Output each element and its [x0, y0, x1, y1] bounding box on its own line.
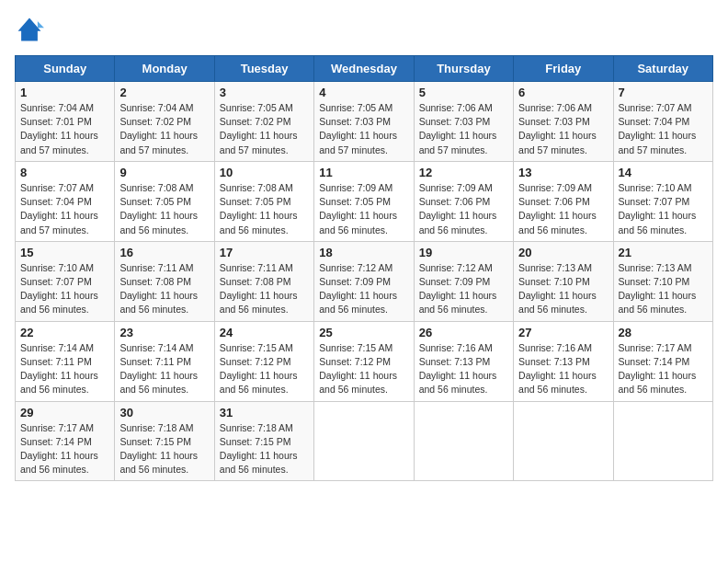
day-info: Sunrise: 7:11 AMSunset: 7:08 PMDaylight:… [220, 261, 309, 317]
calendar-cell: 5 Sunrise: 7:06 AMSunset: 7:03 PMDayligh… [414, 82, 513, 162]
day-number: 28 [619, 326, 708, 339]
calendar-cell: 13 Sunrise: 7:09 AMSunset: 7:06 PMDaylig… [514, 161, 613, 241]
day-number: 18 [319, 246, 408, 259]
day-number: 21 [619, 246, 708, 259]
day-number: 2 [119, 86, 209, 99]
calendar-cell [613, 401, 712, 481]
day-number: 31 [220, 406, 309, 419]
day-number: 4 [319, 86, 408, 99]
svg-marker-0 [18, 18, 41, 41]
day-number: 20 [518, 246, 608, 259]
day-info: Sunrise: 7:18 AMSunset: 7:15 PMDaylight:… [119, 421, 209, 477]
day-info: Sunrise: 7:13 AMSunset: 7:10 PMDaylight:… [619, 261, 708, 317]
day-info: Sunrise: 7:11 AMSunset: 7:08 PMDaylight:… [119, 261, 209, 317]
calendar-cell: 15 Sunrise: 7:10 AMSunset: 7:07 PMDaylig… [16, 241, 115, 321]
day-number: 13 [518, 166, 608, 179]
calendar-cell: 7 Sunrise: 7:07 AMSunset: 7:04 PMDayligh… [613, 82, 712, 162]
day-info: Sunrise: 7:16 AMSunset: 7:13 PMDaylight:… [419, 341, 508, 397]
calendar-cell [514, 401, 613, 481]
calendar-cell: 18 Sunrise: 7:12 AMSunset: 7:09 PMDaylig… [314, 241, 414, 321]
day-number: 12 [419, 166, 508, 179]
day-info: Sunrise: 7:16 AMSunset: 7:13 PMDaylight:… [518, 341, 608, 397]
calendar-cell: 14 Sunrise: 7:10 AMSunset: 7:07 PMDaylig… [613, 161, 712, 241]
column-header-saturday: Saturday [613, 56, 712, 82]
day-number: 26 [419, 326, 508, 339]
page-header [15, 15, 713, 44]
calendar-cell: 9 Sunrise: 7:08 AMSunset: 7:05 PMDayligh… [115, 161, 214, 241]
day-info: Sunrise: 7:05 AMSunset: 7:02 PMDaylight:… [220, 101, 309, 157]
calendar-cell: 25 Sunrise: 7:15 AMSunset: 7:12 PMDaylig… [314, 321, 414, 401]
day-info: Sunrise: 7:04 AMSunset: 7:01 PMDaylight:… [20, 101, 109, 157]
day-number: 7 [619, 86, 708, 99]
day-number: 16 [119, 246, 209, 259]
day-number: 9 [119, 166, 209, 179]
calendar-week-row: 29 Sunrise: 7:17 AMSunset: 7:14 PMDaylig… [16, 401, 713, 481]
day-number: 15 [20, 246, 109, 259]
calendar-cell: 1 Sunrise: 7:04 AMSunset: 7:01 PMDayligh… [16, 82, 115, 162]
day-number: 27 [518, 326, 608, 339]
day-info: Sunrise: 7:09 AMSunset: 7:06 PMDaylight:… [419, 181, 508, 237]
calendar-cell: 11 Sunrise: 7:09 AMSunset: 7:05 PMDaylig… [314, 161, 414, 241]
calendar-cell: 24 Sunrise: 7:15 AMSunset: 7:12 PMDaylig… [214, 321, 313, 401]
calendar-cell: 3 Sunrise: 7:05 AMSunset: 7:02 PMDayligh… [214, 82, 313, 162]
calendar-week-row: 8 Sunrise: 7:07 AMSunset: 7:04 PMDayligh… [16, 161, 713, 241]
day-number: 3 [220, 86, 309, 99]
column-header-monday: Monday [115, 56, 214, 82]
day-info: Sunrise: 7:09 AMSunset: 7:06 PMDaylight:… [518, 181, 608, 237]
calendar-cell: 4 Sunrise: 7:05 AMSunset: 7:03 PMDayligh… [314, 82, 414, 162]
day-info: Sunrise: 7:09 AMSunset: 7:05 PMDaylight:… [319, 181, 408, 237]
column-header-sunday: Sunday [16, 56, 115, 82]
calendar-week-row: 15 Sunrise: 7:10 AMSunset: 7:07 PMDaylig… [16, 241, 713, 321]
logo [15, 15, 50, 44]
calendar-cell: 23 Sunrise: 7:14 AMSunset: 7:11 PMDaylig… [115, 321, 214, 401]
calendar-cell [314, 401, 414, 481]
day-info: Sunrise: 7:06 AMSunset: 7:03 PMDaylight:… [518, 101, 608, 157]
calendar-cell: 29 Sunrise: 7:17 AMSunset: 7:14 PMDaylig… [16, 401, 115, 481]
calendar-cell: 8 Sunrise: 7:07 AMSunset: 7:04 PMDayligh… [16, 161, 115, 241]
day-info: Sunrise: 7:07 AMSunset: 7:04 PMDaylight:… [619, 101, 708, 157]
calendar-cell: 10 Sunrise: 7:08 AMSunset: 7:05 PMDaylig… [214, 161, 313, 241]
day-info: Sunrise: 7:15 AMSunset: 7:12 PMDaylight:… [319, 341, 408, 397]
logo-icon [15, 15, 44, 44]
day-info: Sunrise: 7:12 AMSunset: 7:09 PMDaylight:… [319, 261, 408, 317]
calendar-table: SundayMondayTuesdayWednesdayThursdayFrid… [15, 55, 713, 481]
day-number: 19 [419, 246, 508, 259]
day-info: Sunrise: 7:17 AMSunset: 7:14 PMDaylight:… [619, 341, 708, 397]
day-info: Sunrise: 7:10 AMSunset: 7:07 PMDaylight:… [619, 181, 708, 237]
calendar-cell: 6 Sunrise: 7:06 AMSunset: 7:03 PMDayligh… [514, 82, 613, 162]
column-header-thursday: Thursday [414, 56, 513, 82]
calendar-week-row: 22 Sunrise: 7:14 AMSunset: 7:11 PMDaylig… [16, 321, 713, 401]
calendar-cell: 31 Sunrise: 7:18 AMSunset: 7:15 PMDaylig… [214, 401, 313, 481]
day-info: Sunrise: 7:14 AMSunset: 7:11 PMDaylight:… [119, 341, 209, 397]
calendar-cell: 19 Sunrise: 7:12 AMSunset: 7:09 PMDaylig… [414, 241, 513, 321]
day-number: 22 [20, 326, 109, 339]
calendar-cell: 20 Sunrise: 7:13 AMSunset: 7:10 PMDaylig… [514, 241, 613, 321]
day-number: 25 [319, 326, 408, 339]
day-number: 11 [319, 166, 408, 179]
column-header-wednesday: Wednesday [314, 56, 414, 82]
day-number: 24 [220, 326, 309, 339]
calendar-week-row: 1 Sunrise: 7:04 AMSunset: 7:01 PMDayligh… [16, 82, 713, 162]
day-info: Sunrise: 7:15 AMSunset: 7:12 PMDaylight:… [220, 341, 309, 397]
calendar-cell: 22 Sunrise: 7:14 AMSunset: 7:11 PMDaylig… [16, 321, 115, 401]
day-info: Sunrise: 7:07 AMSunset: 7:04 PMDaylight:… [20, 181, 109, 237]
day-info: Sunrise: 7:17 AMSunset: 7:14 PMDaylight:… [20, 421, 109, 477]
day-info: Sunrise: 7:08 AMSunset: 7:05 PMDaylight:… [119, 181, 209, 237]
calendar-cell: 2 Sunrise: 7:04 AMSunset: 7:02 PMDayligh… [115, 82, 214, 162]
day-info: Sunrise: 7:06 AMSunset: 7:03 PMDaylight:… [419, 101, 508, 157]
day-info: Sunrise: 7:05 AMSunset: 7:03 PMDaylight:… [319, 101, 408, 157]
day-info: Sunrise: 7:10 AMSunset: 7:07 PMDaylight:… [20, 261, 109, 317]
day-info: Sunrise: 7:12 AMSunset: 7:09 PMDaylight:… [419, 261, 508, 317]
day-info: Sunrise: 7:08 AMSunset: 7:05 PMDaylight:… [220, 181, 309, 237]
calendar-cell: 27 Sunrise: 7:16 AMSunset: 7:13 PMDaylig… [514, 321, 613, 401]
day-number: 5 [419, 86, 508, 99]
day-number: 30 [119, 406, 209, 419]
column-header-tuesday: Tuesday [214, 56, 313, 82]
day-info: Sunrise: 7:13 AMSunset: 7:10 PMDaylight:… [518, 261, 608, 317]
day-info: Sunrise: 7:14 AMSunset: 7:11 PMDaylight:… [20, 341, 109, 397]
day-number: 23 [119, 326, 209, 339]
calendar-cell: 17 Sunrise: 7:11 AMSunset: 7:08 PMDaylig… [214, 241, 313, 321]
day-number: 17 [220, 246, 309, 259]
calendar-cell: 12 Sunrise: 7:09 AMSunset: 7:06 PMDaylig… [414, 161, 513, 241]
calendar-header-row: SundayMondayTuesdayWednesdayThursdayFrid… [16, 56, 713, 82]
